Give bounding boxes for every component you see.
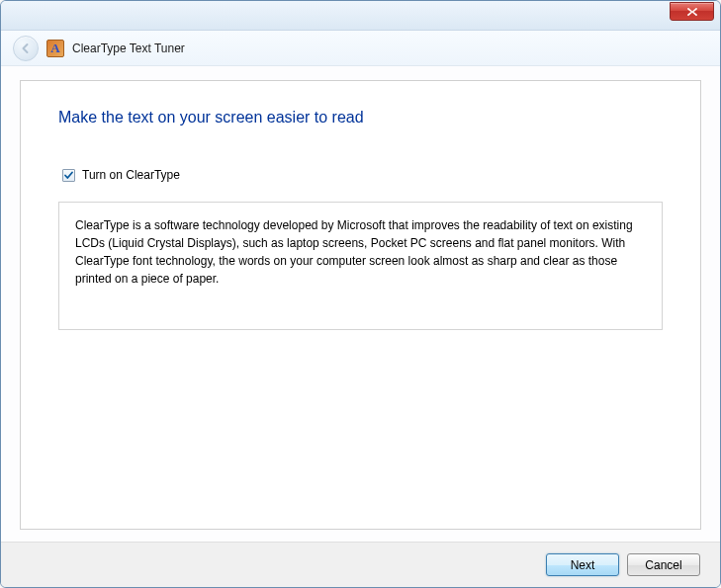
cleartype-checkbox[interactable]	[62, 169, 75, 182]
info-text: ClearType is a software technology devel…	[75, 218, 633, 286]
app-icon: A	[46, 40, 64, 57]
wizard-window: A ClearType Text Tuner Make the text on …	[0, 0, 721, 588]
close-button[interactable]	[670, 2, 714, 21]
info-text-box: ClearType is a software technology devel…	[58, 202, 663, 330]
titlebar	[1, 1, 720, 31]
app-icon-letter: A	[50, 42, 59, 54]
page-heading: Make the text on your screen easier to r…	[58, 109, 663, 126]
checkmark-icon	[63, 170, 74, 181]
window-title: ClearType Text Tuner	[72, 42, 185, 55]
footer-bar: Next Cancel	[1, 542, 720, 587]
header-bar: A ClearType Text Tuner	[1, 31, 720, 66]
cleartype-checkbox-row: Turn on ClearType	[62, 168, 663, 182]
back-button	[13, 36, 39, 61]
close-icon	[686, 7, 698, 17]
next-button[interactable]: Next	[546, 553, 619, 576]
back-arrow-icon	[19, 42, 33, 55]
cancel-button[interactable]: Cancel	[627, 553, 700, 576]
cleartype-checkbox-label[interactable]: Turn on ClearType	[82, 168, 180, 182]
content-panel: Make the text on your screen easier to r…	[20, 80, 701, 530]
